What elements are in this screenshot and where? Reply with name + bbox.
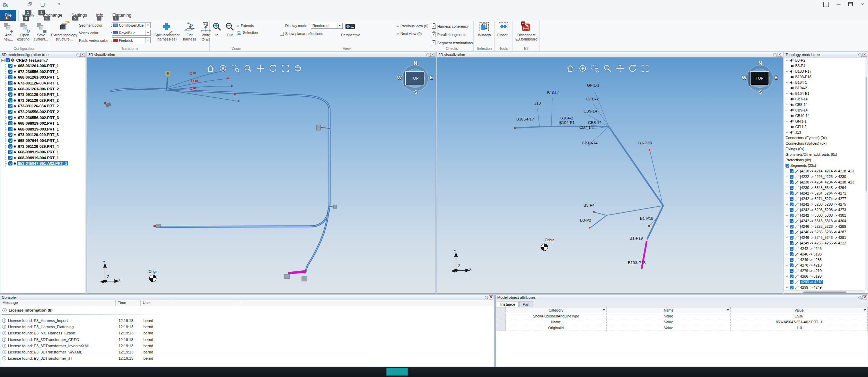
checkbox-checked-icon[interactable] <box>790 225 794 228</box>
rotate-icon[interactable] <box>628 64 637 73</box>
checkbox-checked-icon[interactable] <box>8 150 12 154</box>
checkbox-checked-icon[interactable] <box>786 164 789 168</box>
home-icon[interactable] <box>565 64 575 73</box>
console-message-row[interactable]: iLicense found: E3_Harness_Flattening12:… <box>0 324 494 330</box>
pin-icon[interactable] <box>858 296 861 299</box>
checkbox-checked-icon[interactable] <box>790 169 794 173</box>
topology-connector[interactable]: CB10-14 <box>784 113 868 118</box>
close-panel-icon[interactable]: ✕ <box>80 53 85 57</box>
checkbox-checked-icon[interactable] <box>8 81 12 85</box>
topology-category[interactable]: Connectors (Splices) (0x) <box>784 141 868 146</box>
checkbox-checked-icon[interactable] <box>6 58 10 62</box>
checkbox-checked-icon[interactable] <box>790 252 794 256</box>
config-tree-item[interactable]: ♣668-061261-003.PRT_1 <box>6 74 86 80</box>
topology-segment[interactable]: |4242 -> 5264_5264 -> 4271 <box>784 190 868 196</box>
topology-category[interactable]: Connectors (Eyelets) (0x) <box>784 135 868 141</box>
checkbox-checked-icon[interactable] <box>790 269 794 273</box>
config-tree-item[interactable]: ♣672-236556-002.PRT_1 <box>6 69 86 75</box>
column-header-time[interactable]: Time <box>116 300 141 306</box>
checkbox-checked-icon[interactable] <box>790 214 794 217</box>
ribbon-pin-button[interactable]: ↑ <box>823 2 829 7</box>
zoom-extends-button[interactable]: ⌕ Extends <box>237 22 258 29</box>
tab-info[interactable]: InfoI <box>93 10 107 21</box>
topology-segments-header[interactable]: Segments (23x) <box>784 163 868 168</box>
add-new-button[interactable]: ＋ Add new... <box>0 21 16 41</box>
checkbox-checked-icon[interactable] <box>790 241 794 245</box>
fullscreen-icon[interactable] <box>281 64 290 73</box>
checkbox-checked-icon[interactable] <box>790 186 794 190</box>
tab-flattening[interactable]: FlatteningL <box>109 10 135 21</box>
split-incoherent-button[interactable]: Split incoherent harness(es) <box>154 21 181 41</box>
check-item-segment-terminations[interactable]: Segment terminations <box>432 39 473 47</box>
console-group-header[interactable]: i License information (8) <box>2 308 53 312</box>
filter-icon[interactable] <box>603 309 605 311</box>
magnifier-icon[interactable] <box>603 64 612 73</box>
column-header-user[interactable]: User <box>141 300 171 306</box>
checkbox-checked-icon[interactable] <box>790 286 794 289</box>
config-tree-root[interactable]: − ⚙ CREO-Test.asm.7 <box>0 57 86 63</box>
config-tree-item[interactable]: ♣673-091126-034.PRT_2 <box>6 103 86 109</box>
topology-connector[interactable]: GFI1-1 <box>784 118 868 124</box>
topology-segment[interactable]: 4242 -> 4246 <box>784 246 868 251</box>
topology-segment[interactable]: |4246 -> 5226_5226 -> 4289 <box>784 224 868 229</box>
topology-category[interactable]: Protections (0x) <box>784 157 868 163</box>
checkbox-checked-icon[interactable] <box>8 161 12 165</box>
checkbox-checked-icon[interactable] <box>790 219 794 223</box>
pin-icon[interactable] <box>858 53 861 56</box>
topology-connector[interactable]: B3-P2 <box>784 57 868 63</box>
checkbox-checked-icon[interactable] <box>790 191 794 195</box>
open-existing-button[interactable]: ↻ Open existing... <box>17 21 33 41</box>
topology-segment[interactable]: |4242 -> 5298_5298 -> 4273 <box>784 207 868 213</box>
scrollbar-thumb[interactable] <box>866 77 867 191</box>
config-tree-item[interactable]: ♣668-097644-004.PRT_1 <box>6 138 86 144</box>
checkbox-checked-icon[interactable] <box>790 230 794 234</box>
topology-connector[interactable]: B104-1 <box>784 80 868 85</box>
compass-west[interactable]: W <box>742 75 746 80</box>
flat-harness-button[interactable]: Flat harness <box>181 21 198 41</box>
config-tree-item[interactable]: ♣668-061261-006.PRT_1 <box>6 63 86 69</box>
checkbox-checked-icon[interactable] <box>790 280 794 284</box>
check-item-harness-coherency[interactable]: Harness coherency <box>432 22 473 30</box>
config-tree-item[interactable]: ♣672-236556-002.PRT_2 <box>6 109 86 115</box>
console-message-row[interactable]: iLicense found: E3_Harness_Import12:19:1… <box>0 318 494 324</box>
finder-button[interactable]: Finder... <box>496 21 511 37</box>
compass-north[interactable]: N <box>414 60 417 66</box>
config-tree-item[interactable]: ♣673-091126-029.PRT_2 <box>6 98 86 104</box>
checkbox-checked-icon[interactable] <box>790 208 794 212</box>
close-panel-icon[interactable]: ✕ <box>862 295 867 299</box>
vertical-scrollbar[interactable] <box>865 58 868 290</box>
config-tree-item[interactable]: ♣673-091126-029.PRT_1 <box>6 92 86 98</box>
config-tree-item[interactable]: ♣668-098919-004.PRT_1 <box>6 155 86 161</box>
config-tree-item[interactable]: ♣668-061261-006.PRT_2 <box>6 86 86 92</box>
console-message-row[interactable]: iLicense found: E3_3DTransformer_JT12:19… <box>0 356 494 362</box>
checkbox-checked-icon[interactable] <box>8 92 12 97</box>
next-view-button[interactable]: ⌕ Next view (0) <box>397 30 422 37</box>
window-button[interactable]: Window <box>476 21 492 37</box>
close-panel-icon[interactable]: ✕ <box>778 53 782 57</box>
magnifier-icon[interactable] <box>243 64 253 73</box>
checkbox-checked-icon[interactable] <box>8 138 12 143</box>
tab-instance[interactable]: Instance <box>497 301 519 307</box>
topology-segment[interactable]: |4230 -> 5348_5348 -> 4294 <box>784 185 868 190</box>
zoom-window-icon[interactable] <box>590 64 600 73</box>
checkbox-checked-icon[interactable] <box>790 258 794 262</box>
minimize-button[interactable]: — <box>836 2 841 7</box>
color-select[interactable]: RoyalBlue▾ <box>112 30 151 36</box>
compass-north[interactable]: N <box>759 60 762 66</box>
color-select[interactable]: Firebrick▾ <box>112 37 151 43</box>
checkbox-checked-icon[interactable] <box>8 156 12 160</box>
topology-segment[interactable]: 4270 -> 4210 <box>784 262 868 268</box>
checkbox-checked-icon[interactable] <box>8 116 12 120</box>
horizontal-scrollbar[interactable] <box>784 290 865 293</box>
fullscreen-icon[interactable] <box>640 64 650 73</box>
maximize-button[interactable] <box>848 2 853 6</box>
close-button[interactable]: ✕ <box>860 2 865 7</box>
checkbox-checked-icon[interactable] <box>8 110 12 114</box>
save-current-button[interactable]: ▣ Save current... <box>33 21 49 41</box>
pin-icon[interactable] <box>773 53 777 56</box>
checkbox-checked-icon[interactable] <box>790 175 794 179</box>
pan-icon[interactable] <box>615 64 625 73</box>
topology-segment[interactable]: |4222 -> 4226_4226 -> 4230 <box>784 174 868 179</box>
topology-connector[interactable]: GFI1-2 <box>784 124 868 129</box>
topology-segment[interactable]: |4242 -> 5274_5274 -> 4277 <box>784 196 868 201</box>
